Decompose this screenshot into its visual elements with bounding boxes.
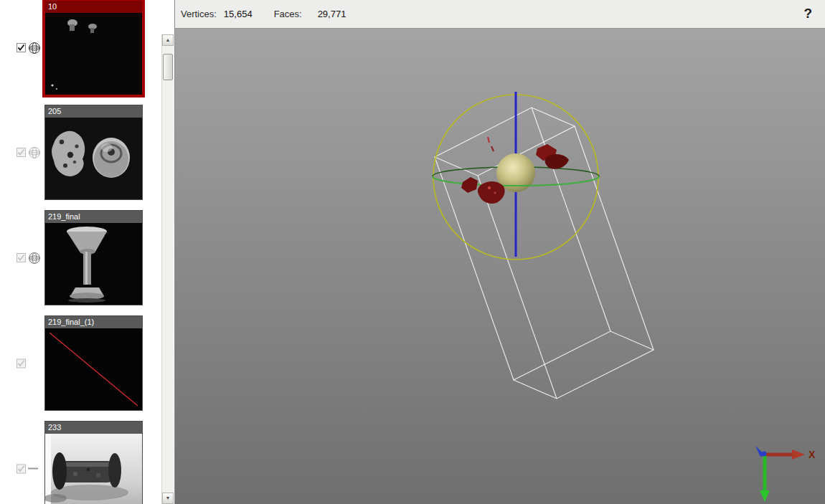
mesh-sphere-icon[interactable] bbox=[27, 41, 42, 55]
scan-row: 205 bbox=[0, 105, 161, 200]
check-icon bbox=[17, 254, 25, 262]
tree-connector-line bbox=[28, 468, 38, 470]
scan-name: 233 bbox=[45, 422, 142, 434]
3d-scene[interactable]: X bbox=[175, 29, 825, 504]
scan-visibility-checkbox[interactable] bbox=[16, 253, 26, 262]
faces-value: 29,771 bbox=[318, 9, 346, 19]
scan-list-scrollbar[interactable]: ▲ ▼ bbox=[161, 34, 174, 504]
vertices-label: Vertices: bbox=[181, 9, 217, 19]
scan-preview-image bbox=[45, 13, 142, 95]
scan-visibility-checkbox[interactable] bbox=[16, 358, 26, 368]
scan-visibility-checkbox[interactable] bbox=[16, 148, 26, 157]
scan-row: 233 bbox=[0, 421, 161, 504]
scan-preview-image bbox=[45, 328, 142, 410]
mesh-sphere-icon[interactable] bbox=[27, 251, 42, 265]
scan-row-controls bbox=[16, 251, 42, 265]
scan-row-controls bbox=[16, 464, 38, 473]
scan-thumbnail[interactable]: 205 bbox=[44, 105, 143, 200]
scan-name: 205 bbox=[45, 105, 142, 118]
scan-name: 10 bbox=[45, 1, 142, 13]
scan-preview-image bbox=[45, 223, 142, 305]
scroll-up-icon: ▲ bbox=[166, 37, 171, 42]
scan-thumbnail[interactable]: 219_final bbox=[44, 210, 143, 305]
3d-canvas[interactable]: X bbox=[175, 29, 825, 504]
application-window: 10 bbox=[0, 0, 825, 504]
scan-name: 219_final_(1) bbox=[45, 316, 142, 328]
viewport-statusbar: Vertices: 15,654 Faces: 29,771 ? bbox=[175, 0, 825, 29]
scroll-up-button[interactable]: ▲ bbox=[162, 34, 174, 46]
help-button[interactable]: ? bbox=[803, 6, 812, 22]
scan-thumbnail[interactable]: 10 bbox=[44, 0, 143, 95]
check-icon bbox=[17, 148, 25, 156]
scan-name: 219_final bbox=[45, 211, 142, 223]
check-icon bbox=[17, 465, 25, 472]
axis-x-label: X bbox=[808, 449, 816, 460]
scan-row-controls bbox=[16, 146, 42, 160]
check-icon bbox=[17, 359, 25, 367]
scan-row: 219_final bbox=[0, 210, 161, 305]
scrollbar-thumb[interactable] bbox=[163, 54, 173, 80]
scan-visibility-checkbox[interactable] bbox=[16, 43, 26, 52]
vertices-value: 15,654 bbox=[224, 9, 253, 19]
3d-viewport: Vertices: 15,654 Faces: 29,771 ? bbox=[174, 0, 825, 504]
y-axis-arrow bbox=[760, 490, 770, 502]
scan-row-controls bbox=[16, 358, 26, 368]
scan-preview-image bbox=[45, 434, 142, 504]
scan-row: 219_final_(1) bbox=[0, 315, 161, 411]
x-axis-arrow bbox=[792, 450, 805, 460]
check-icon bbox=[17, 44, 25, 52]
scroll-down-button[interactable]: ▼ bbox=[162, 493, 174, 504]
faces-label: Faces: bbox=[274, 9, 302, 19]
scan-list-panel: 10 bbox=[0, 0, 161, 504]
scan-row: 10 bbox=[0, 0, 161, 95]
scan-row-controls bbox=[16, 41, 42, 55]
scan-thumbnail[interactable]: 233 bbox=[44, 421, 143, 504]
scroll-down-icon: ▼ bbox=[166, 495, 171, 500]
axis-triad: X bbox=[755, 446, 816, 502]
mesh-sphere-icon[interactable] bbox=[27, 146, 42, 160]
scan-visibility-checkbox[interactable] bbox=[16, 464, 26, 473]
scan-preview-image bbox=[45, 118, 142, 199]
scan-thumbnail[interactable]: 219_final_(1) bbox=[44, 315, 143, 411]
